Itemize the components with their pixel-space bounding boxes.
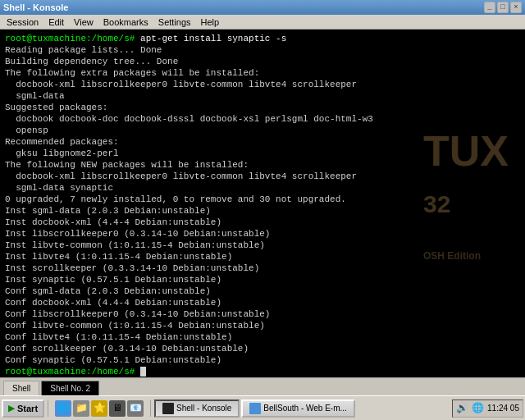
konsole-icon: [162, 403, 174, 414]
terminal-line: Suggested packages:: [5, 102, 520, 113]
terminal-line: Inst docbook-xml (4.4-4 Debian:unstable): [5, 217, 520, 228]
terminal-line: Inst libvte-common (1:0.11.15-4 Debian:u…: [5, 240, 520, 251]
tab-shell[interactable]: Shell: [3, 381, 39, 395]
terminal-line: Conf libscrollkeeper0 (0.3.14-10 Debian:…: [5, 308, 520, 320]
divider: [48, 400, 48, 417]
ql-icon-3[interactable]: ⭐: [91, 400, 107, 417]
tab-shell-2[interactable]: Shell No. 2: [41, 381, 99, 395]
maximize-button[interactable]: □: [497, 2, 509, 13]
window-controls[interactable]: _ □ ×: [484, 2, 522, 13]
taskbar: ▶ Start 🌐 📁 ⭐ 🖥 📧 Shell - Konsole BellSo…: [0, 395, 525, 420]
terminal-line: docbook-xml libscrollkeeper0 libvte-comm…: [5, 79, 520, 90]
terminal-line: The following extra packages will be ins…: [5, 67, 520, 79]
terminal-line: Reading package lists... Done: [5, 44, 520, 56]
ql-icon-1[interactable]: 🌐: [55, 400, 71, 417]
terminal-line: Conf libvte-common (1:0.11.15-4 Debian:u…: [5, 320, 520, 331]
cursor: [140, 367, 146, 377]
start-button[interactable]: ▶ Start: [2, 399, 44, 418]
taskbar-buttons: Shell - Konsole BellSouth - Web E-m...: [154, 399, 450, 418]
menu-bookmarks[interactable]: Bookmarks: [98, 16, 153, 28]
close-button[interactable]: ×: [510, 2, 522, 13]
terminal-line: 0 upgraded, 7 newly installed, 0 to remo…: [5, 194, 520, 205]
clock: 11:24 05: [487, 404, 519, 413]
terminal[interactable]: TUX 32 OSH Edition root@tuxmachine:/home…: [0, 30, 525, 377]
terminal-line: Conf libvte4 (1:0.11.15-4 Debian:unstabl…: [5, 331, 520, 343]
system-tray: 🔊 🌐 11:24 05: [452, 399, 523, 418]
terminal-line: opensp: [5, 125, 520, 136]
terminal-line: Inst sgml-data (2.0.3 Debian:unstable): [5, 205, 520, 217]
terminal-line: Inst synaptic (0.57.5.1 Debian:unstable): [5, 274, 520, 285]
ql-icon-4[interactable]: 🖥: [109, 400, 126, 417]
tray-icon-1[interactable]: 🔊: [456, 402, 468, 414]
browser-icon: [249, 403, 261, 414]
tab-bar: Shell Shell No. 2: [0, 377, 525, 395]
terminal-line: Conf sgml-data (2.0.3 Debian:unstable): [5, 285, 520, 297]
terminal-line: Inst scrollkeeper (0.3.3.14-10 Debian:un…: [5, 262, 520, 274]
terminal-line: Inst libscrollkeeper0 (0.3.14-10 Debian:…: [5, 228, 520, 240]
terminal-line: Recommended packages:: [5, 136, 520, 148]
terminal-prompt-line: root@tuxmachine:/home/s#: [5, 366, 520, 377]
menu-edit[interactable]: Edit: [43, 16, 69, 28]
quick-launch: 🌐 📁 ⭐ 🖥 📧: [52, 400, 147, 417]
ql-icon-2[interactable]: 📁: [73, 400, 89, 417]
terminal-line: sgml-data: [5, 90, 520, 102]
terminal-line: Inst libvte4 (1:0.11.15-4 Debian:unstabl…: [5, 251, 520, 262]
taskbar-btn-bellsouth[interactable]: BellSouth - Web E-m...: [241, 399, 355, 418]
terminal-line: The following NEW packages will be insta…: [5, 159, 520, 171]
taskbar-btn-konsole[interactable]: Shell - Konsole: [154, 399, 240, 418]
menu-bar: Session Edit View Bookmarks Settings Hel…: [0, 15, 525, 30]
terminal-line: Conf docbook-xml (4.4-4 Debian:unstable): [5, 297, 520, 308]
terminal-line: Building dependency tree... Done: [5, 56, 520, 67]
terminal-line: sgml-data synaptic: [5, 182, 520, 194]
terminal-line: docbook-xml libscrollkeeper0 libvte-comm…: [5, 171, 520, 182]
terminal-line: Conf synaptic (0.57.5.1 Debian:unstable): [5, 354, 520, 366]
menu-help[interactable]: Help: [196, 16, 225, 28]
terminal-line: docbook docbook-doc docbook-dsssl docboo…: [5, 113, 520, 125]
minimize-button[interactable]: _: [484, 2, 495, 13]
terminal-line: gksu libgnome2-perl: [5, 148, 520, 159]
window-title: Shell - Konsole: [3, 2, 68, 12]
menu-settings[interactable]: Settings: [153, 16, 196, 28]
tray-icon-2[interactable]: 🌐: [472, 402, 484, 414]
ql-icon-5[interactable]: 📧: [127, 400, 144, 417]
terminal-line: root@tuxmachine:/home/s# apt-get install…: [5, 33, 520, 44]
terminal-line: Conf scrollkeeper (0.3.14-10 Debian:unst…: [5, 343, 520, 354]
menu-session[interactable]: Session: [2, 16, 43, 28]
menu-view[interactable]: View: [69, 16, 98, 28]
divider-2: [150, 400, 151, 417]
title-bar: Shell - Konsole _ □ ×: [0, 0, 525, 15]
